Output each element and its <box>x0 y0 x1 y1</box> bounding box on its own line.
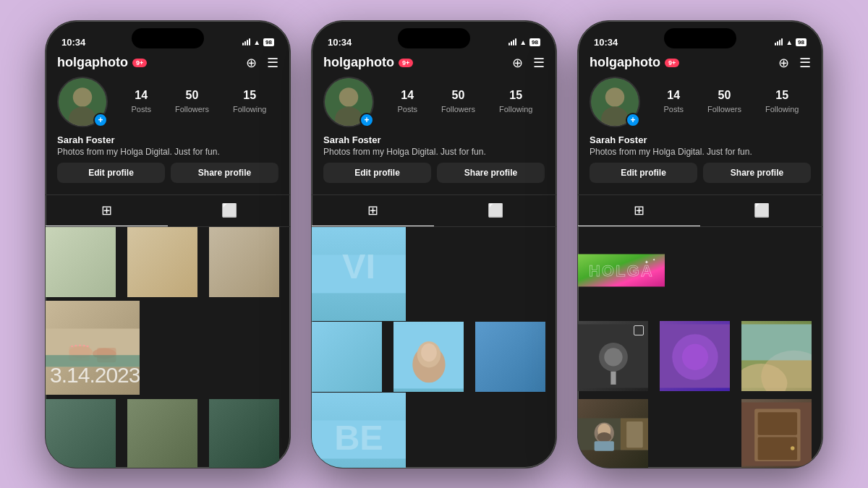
profile-name-1: Sarah Foster <box>57 134 278 145</box>
edit-profile-btn-3[interactable]: Edit profile <box>590 163 697 183</box>
status-icons-2: ▲ 98 <box>509 38 540 46</box>
nav-icons-3: ⊕ ☰ <box>778 55 811 71</box>
add-story-btn-3[interactable]: + <box>626 113 640 127</box>
stat-following-3[interactable]: 15 Following <box>765 89 799 115</box>
edit-profile-btn-2[interactable]: Edit profile <box>323 163 431 183</box>
grid-cell-2-6[interactable] <box>475 322 545 392</box>
grid-cell-2-4[interactable] <box>312 322 382 392</box>
username-area-2: holgaphoto 9+ <box>323 55 512 70</box>
grid-cell-2-big[interactable]: VI <box>312 227 406 321</box>
svg-rect-38 <box>610 372 616 385</box>
stat-posts-3[interactable]: 14 Posts <box>663 89 684 115</box>
grid-cell-1-9[interactable] <box>209 399 279 468</box>
stat-followers-3[interactable]: 50 Followers <box>707 89 741 115</box>
profile-section-2: + 14 Posts 50 Followers 15 Following Sar… <box>312 74 556 194</box>
photo-grid-1: 3.14.2023 <box>46 227 290 468</box>
add-story-btn-2[interactable]: + <box>359 113 374 127</box>
grid-cell-2-5[interactable] <box>393 322 464 392</box>
phone-3: 10:34 ▲ 98 holgaphoto 9+ ⊕ ☰ <box>577 20 823 468</box>
battery-3: 98 <box>796 38 807 46</box>
tab-tagged-3[interactable]: ⬜ <box>700 195 822 226</box>
profile-bio-1: Photos from my Holga Digital. Just for f… <box>57 147 278 157</box>
phone-1: 10:34 ▲ 98 holgaphoto 9+ ⊕ ☰ <box>45 20 291 468</box>
tab-grid-3[interactable]: ⊞ <box>578 195 700 226</box>
grid-cell-3-6[interactable] <box>741 321 812 391</box>
status-icons-1: ▲ 98 <box>242 38 274 46</box>
notification-badge-1[interactable]: 9+ <box>132 59 147 67</box>
grid-cell-1-2[interactable] <box>127 227 197 297</box>
stat-followers-1[interactable]: 50 Followers <box>175 89 209 115</box>
notification-badge-3[interactable]: 9+ <box>665 59 679 67</box>
tab-bar-1: ⊞ ⬜ <box>46 194 290 227</box>
svg-point-37 <box>604 348 622 366</box>
grid-cell-1-big[interactable]: 3.14.2023 <box>46 301 140 395</box>
grid-cell-2-bot[interactable]: BE <box>312 393 406 468</box>
status-icons-3: ▲ 98 <box>775 38 807 46</box>
add-post-icon-2[interactable]: ⊕ <box>512 55 523 71</box>
person-icon-3: ⬜ <box>754 202 770 218</box>
grid-cell-3-bottom-big[interactable] <box>578 399 648 468</box>
nav-icons-1: ⊕ ☰ <box>246 55 278 71</box>
add-story-btn-1[interactable]: + <box>93 113 108 127</box>
photo-grid-3: ✦ ✦ HOLGA <box>578 227 822 468</box>
menu-icon-1[interactable]: ☰ <box>267 55 278 71</box>
profile-bio-2: Photos from my Holga Digital. Just for f… <box>323 147 545 157</box>
profile-bio-3: Photos from my Holga Digital. Just for f… <box>590 147 811 157</box>
wifi-icon-2: ▲ <box>519 38 527 46</box>
svg-point-12 <box>83 345 85 346</box>
profile-name-3: Sarah Foster <box>590 134 811 145</box>
grid-cell-1-8[interactable] <box>127 399 197 468</box>
stat-following-1[interactable]: 15 Following <box>233 89 266 115</box>
svg-point-11 <box>79 345 81 346</box>
grid-icon-2: ⊞ <box>367 202 378 218</box>
svg-text:✦: ✦ <box>652 257 655 261</box>
nav-icons-2: ⊕ ☰ <box>512 55 545 71</box>
menu-icon-2[interactable]: ☰ <box>533 55 545 71</box>
wifi-icon-3: ▲ <box>786 38 793 46</box>
stat-following-2[interactable]: 15 Following <box>499 89 532 115</box>
profile-section-3: + 14 Posts 50 Followers 15 Following Sar… <box>578 74 822 194</box>
stat-posts-2[interactable]: 14 Posts <box>397 89 417 115</box>
add-post-icon-1[interactable]: ⊕ <box>246 55 257 71</box>
person-icon-1: ⬜ <box>221 202 237 218</box>
status-time-3: 10:34 <box>594 37 618 48</box>
svg-rect-50 <box>595 441 614 451</box>
signal-icon-1 <box>242 38 250 46</box>
share-profile-btn-1[interactable]: Share profile <box>171 163 278 183</box>
avatar-wrapper-2[interactable]: + <box>323 77 374 127</box>
grid-icon-1: ⊞ <box>101 202 112 218</box>
svg-text:VI: VI <box>342 247 375 286</box>
tab-tagged-2[interactable]: ⬜ <box>434 195 556 226</box>
grid-cell-3-4[interactable] <box>578 321 648 391</box>
dynamic-island-2 <box>398 28 470 48</box>
battery-1: 98 <box>263 38 274 46</box>
notification-badge-2[interactable]: 9+ <box>399 59 413 67</box>
signal-icon-3 <box>775 38 783 46</box>
stat-followers-2[interactable]: 50 Followers <box>441 89 475 115</box>
edit-profile-btn-1[interactable]: Edit profile <box>57 163 165 183</box>
grid-cell-1-1[interactable] <box>46 227 116 297</box>
stats-row-1: 14 Posts 50 Followers 15 Following <box>119 89 278 115</box>
svg-point-57 <box>791 446 794 450</box>
svg-text:HOLGA: HOLGA <box>589 262 654 280</box>
share-profile-btn-2[interactable]: Share profile <box>437 163 545 183</box>
avatar-wrapper-1[interactable]: + <box>57 77 108 127</box>
tab-grid-1[interactable]: ⊞ <box>46 195 168 226</box>
menu-icon-3[interactable]: ☰ <box>799 55 811 71</box>
svg-point-13 <box>86 346 88 347</box>
grid-cell-3-top[interactable]: ✦ ✦ HOLGA <box>578 227 665 314</box>
grid-cell-3-9[interactable] <box>741 399 812 468</box>
share-profile-btn-3[interactable]: Share profile <box>703 163 811 183</box>
avatar-wrapper-3[interactable]: + <box>590 77 640 127</box>
add-post-icon-3[interactable]: ⊕ <box>778 55 789 71</box>
tab-grid-2[interactable]: ⊞ <box>312 195 434 226</box>
nav-bar-1: holgaphoto 9+ ⊕ ☰ <box>46 51 290 74</box>
tab-tagged-1[interactable]: ⬜ <box>168 195 290 226</box>
grid-cell-1-3[interactable] <box>209 227 279 297</box>
svg-point-9 <box>71 346 73 347</box>
grid-cell-1-7[interactable] <box>46 399 116 468</box>
username-area-1: holgaphoto 9+ <box>57 55 246 70</box>
grid-cell-3-5[interactable] <box>660 321 730 391</box>
select-checkbox-1[interactable] <box>634 325 644 335</box>
stat-posts-1[interactable]: 14 Posts <box>131 89 151 115</box>
